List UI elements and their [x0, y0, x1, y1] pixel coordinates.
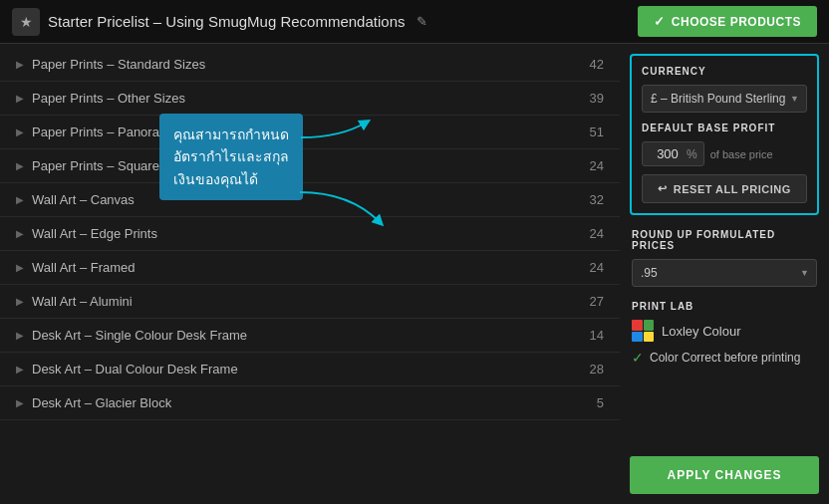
product-item[interactable]: ▶ Wall Art – Alumini 27 — [0, 285, 620, 319]
chevron-right-icon: ▶ — [16, 160, 24, 171]
loxley-q2 — [644, 320, 655, 331]
roundup-select[interactable]: .95 .99 1.00 — [632, 259, 817, 287]
profit-input-wrapper: % — [642, 141, 704, 166]
choose-products-button[interactable]: ✓ CHOOSE PRODUCTS — [638, 6, 817, 37]
currency-section: CURRENCY £ – British Pound Sterling $ – … — [630, 54, 819, 215]
reset-all-pricing-button[interactable]: ↩ RESET ALL PRICING — [642, 174, 807, 203]
product-item-left: ▶ Paper Prints – Standard Sizes — [16, 57, 205, 72]
product-item[interactable]: ▶ Wall Art – Framed 24 — [0, 251, 620, 285]
product-item[interactable]: ▶ Desk Art – Glacier Block 5 — [0, 386, 620, 420]
percent-sign: % — [687, 147, 697, 161]
product-name: Desk Art – Glacier Block — [32, 395, 171, 410]
product-count: 32 — [590, 192, 604, 207]
product-item-left: ▶ Desk Art – Glacier Block — [16, 395, 171, 410]
currency-select[interactable]: £ – British Pound Sterling $ – US Dollar… — [642, 85, 807, 113]
currency-label: CURRENCY — [642, 66, 807, 77]
chevron-right-icon: ▶ — [16, 59, 24, 70]
product-item-left: ▶ Desk Art – Single Colour Desk Frame — [16, 328, 247, 343]
product-name: Paper Prints – Standard Sizes — [32, 57, 205, 72]
product-count: 28 — [590, 362, 604, 377]
chevron-right-icon: ▶ — [16, 194, 24, 205]
loxley-logo — [632, 320, 654, 342]
product-name: Desk Art – Dual Colour Desk Frame — [32, 362, 238, 377]
product-name: Desk Art – Single Colour Desk Frame — [32, 328, 247, 343]
check-icon: ✓ — [654, 14, 666, 29]
product-name: Paper Prints – Square Sizes — [32, 158, 194, 173]
product-item-left: ▶ Wall Art – Canvas — [16, 192, 135, 207]
product-count: 14 — [590, 328, 604, 343]
apply-changes-button[interactable]: APPLY CHANGES — [630, 456, 819, 494]
product-item[interactable]: ▶ Paper Prints – Other Sizes 39 — [0, 82, 620, 116]
chevron-right-icon: ▶ — [16, 330, 24, 341]
header-left: ★ Starter Pricelist – Using SmugMug Reco… — [12, 8, 427, 36]
loxley-q1 — [632, 320, 643, 331]
roundup-select-wrapper: .95 .99 1.00 — [632, 259, 817, 287]
profit-input[interactable] — [649, 146, 687, 161]
product-item-left: ▶ Paper Prints – Panoramic Sizes — [16, 125, 215, 139]
chevron-right-icon: ▶ — [16, 397, 24, 408]
product-name: Wall Art – Edge Prints — [32, 226, 157, 241]
product-count: 5 — [597, 395, 604, 410]
main-content: คุณสามารถกำหนดอัตรากำไรและสกุลเงินของคุณ… — [0, 44, 829, 504]
product-name: Wall Art – Framed — [32, 260, 136, 275]
reset-label: RESET ALL PRICING — [674, 183, 791, 195]
product-name: Paper Prints – Panoramic Sizes — [32, 125, 215, 139]
loxley-q3 — [632, 332, 643, 343]
product-item[interactable]: ▶ Desk Art – Dual Colour Desk Frame 28 — [0, 353, 620, 386]
product-name: Wall Art – Alumini — [32, 294, 133, 309]
product-item[interactable]: ▶ Paper Prints – Standard Sizes 42 — [0, 48, 620, 82]
star-icon: ★ — [12, 8, 40, 36]
product-count: 27 — [590, 294, 604, 309]
chevron-right-icon: ▶ — [16, 228, 24, 239]
product-name: Wall Art – Canvas — [32, 192, 135, 207]
loxley-name: Loxley Colour — [662, 324, 741, 339]
product-name: Paper Prints – Other Sizes — [32, 91, 185, 106]
product-item[interactable]: ▶ Desk Art – Single Colour Desk Frame 14 — [0, 319, 620, 353]
header: ★ Starter Pricelist – Using SmugMug Reco… — [0, 0, 829, 44]
chevron-right-icon: ▶ — [16, 126, 24, 137]
chevron-right-icon: ▶ — [16, 93, 24, 104]
product-item-left: ▶ Paper Prints – Square Sizes — [16, 158, 194, 173]
printlab-label: PRINT LAB — [632, 301, 817, 312]
roundup-section: ROUND UP FORMULATED PRICES .95 .99 1.00 — [630, 229, 819, 287]
color-correct-check-icon: ✓ — [632, 350, 644, 366]
currency-select-wrapper: £ – British Pound Sterling $ – US Dollar… — [642, 85, 807, 113]
product-count: 39 — [590, 91, 604, 106]
product-item-left: ▶ Wall Art – Framed — [16, 260, 136, 275]
product-item[interactable]: ▶ Wall Art – Canvas 32 — [0, 183, 620, 217]
product-count: 24 — [590, 226, 604, 241]
product-list-container: ▶ Paper Prints – Standard Sizes 42 ▶ Pap… — [0, 48, 620, 420]
reset-icon: ↩ — [658, 182, 668, 195]
product-count: 42 — [590, 57, 604, 72]
product-item[interactable]: ▶ Paper Prints – Square Sizes 24 — [0, 149, 620, 183]
product-item-left: ▶ Wall Art – Alumini — [16, 294, 133, 309]
product-item[interactable]: ▶ Wall Art – Edge Prints 24 — [0, 217, 620, 251]
loxley-q4 — [644, 332, 655, 343]
product-item-left: ▶ Paper Prints – Other Sizes — [16, 91, 185, 106]
chevron-right-icon: ▶ — [16, 364, 24, 375]
product-item[interactable]: ▶ Paper Prints – Panoramic Sizes 51 — [0, 116, 620, 149]
printlab-section: PRINT LAB Loxley Colour ✓ Color Correct … — [630, 301, 819, 366]
edit-icon[interactable]: ✎ — [416, 14, 427, 29]
of-base-price-label: of base price — [710, 148, 773, 160]
default-profit-label: DEFAULT BASE PROFIT — [642, 123, 807, 133]
chevron-right-icon: ▶ — [16, 262, 24, 273]
color-correct-row: ✓ Color Correct before printing — [632, 350, 817, 366]
printlab-logo-row: Loxley Colour — [632, 320, 817, 342]
chevron-right-icon: ▶ — [16, 296, 24, 307]
page-title: Starter Pricelist – Using SmugMug Recomm… — [48, 13, 405, 30]
right-panel: CURRENCY £ – British Pound Sterling $ – … — [620, 44, 829, 504]
product-item-left: ▶ Wall Art – Edge Prints — [16, 226, 157, 241]
product-count: 24 — [590, 158, 604, 173]
profit-row: % of base price — [642, 141, 807, 166]
roundup-label: ROUND UP FORMULATED PRICES — [632, 229, 817, 251]
product-count: 24 — [590, 260, 604, 275]
color-correct-label: Color Correct before printing — [650, 351, 800, 365]
product-list: คุณสามารถกำหนดอัตรากำไรและสกุลเงินของคุณ… — [0, 44, 620, 504]
product-item-left: ▶ Desk Art – Dual Colour Desk Frame — [16, 362, 238, 377]
product-count: 51 — [590, 125, 604, 139]
